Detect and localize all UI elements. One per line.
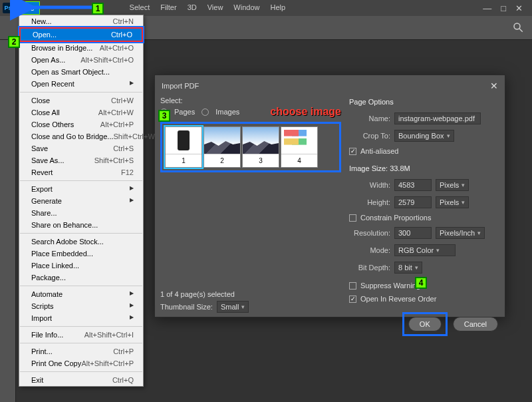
image-size-header: Image Size: 33.8M: [349, 164, 498, 172]
resolution-input[interactable]: 300: [394, 227, 432, 239]
select-label: Select:: [160, 97, 341, 104]
annotation-badge-3: 3: [158, 110, 170, 122]
thumb-2[interactable]: 2: [203, 126, 241, 168]
thumb-size-select[interactable]: Small: [217, 301, 249, 313]
menu-item-export[interactable]: Export: [19, 183, 143, 195]
menu-item-close-all[interactable]: Close AllAlt+Ctrl+W: [19, 106, 143, 118]
dialog-title: Import PDF: [162, 82, 199, 90]
import-pdf-dialog: Import PDF ✕ Select: Pages Images choose…: [154, 75, 505, 317]
thumb-3[interactable]: 3: [242, 126, 279, 168]
bit-depth-select[interactable]: 8 bit: [394, 262, 422, 274]
bit-depth-label: Bit Depth:: [349, 264, 390, 272]
menu-select[interactable]: Select: [125, 1, 155, 15]
mode-select[interactable]: RGB Color: [394, 244, 456, 256]
annotation-choose-image: choose image: [270, 106, 341, 118]
name-label: Name:: [349, 114, 390, 122]
thumb-4[interactable]: 4: [281, 126, 318, 168]
dialog-titlebar: Import PDF ✕: [155, 75, 505, 97]
menu-item-browse-bridge[interactable]: Browse in Bridge...Alt+Ctrl+O: [19, 42, 143, 54]
height-unit-select[interactable]: Pixels: [436, 196, 469, 208]
menu-item-exit[interactable]: ExitCtrl+Q: [19, 374, 143, 386]
selection-status: 1 of 4 page(s) selected: [160, 290, 341, 298]
menu-item-generate[interactable]: Generate: [19, 195, 143, 207]
menu-item-import[interactable]: Import: [19, 312, 143, 324]
ok-highlight: OK: [402, 312, 448, 336]
mode-label: Mode:: [349, 246, 390, 254]
menu-item-scripts[interactable]: Scripts: [19, 300, 143, 312]
menu-item-share-behance[interactable]: Share on Behance...: [19, 219, 143, 231]
cancel-button[interactable]: Cancel: [453, 317, 498, 331]
width-label: Width:: [349, 181, 390, 189]
radio-pages-label: Pages: [174, 108, 195, 116]
menu-help[interactable]: Help: [265, 1, 290, 15]
annotation-badge-1: 1: [92, 3, 104, 15]
app-icon: Ps: [3, 3, 13, 13]
crop-to-select[interactable]: Bounding Box: [394, 130, 454, 142]
menu-item-package[interactable]: Package...: [19, 272, 143, 284]
annotation-badge-4: 4: [415, 277, 427, 289]
resolution-label: Resolution:: [349, 229, 390, 237]
constrain-checkbox[interactable]: [349, 214, 356, 222]
menu-item-open-as[interactable]: Open As...Alt+Shift+Ctrl+O: [19, 54, 143, 66]
crop-to-label: Crop To:: [349, 132, 390, 140]
page-options-header: Page Options: [349, 98, 498, 106]
width-input[interactable]: 4583: [394, 179, 432, 191]
menu-item-automate[interactable]: Automate: [19, 288, 143, 300]
menu-item-search-stock[interactable]: Search Adobe Stock...: [19, 236, 143, 248]
thumb-size-label: Thumbnail Size:: [160, 303, 213, 311]
menu-item-save[interactable]: SaveCtrl+S: [19, 142, 143, 154]
menu-item-place-embedded[interactable]: Place Embedded...: [19, 248, 143, 260]
annotation-arrow: [27, 3, 100, 13]
menu-item-open-smart[interactable]: Open as Smart Object...: [19, 66, 143, 78]
menu-item-close-bridge[interactable]: Close and Go to Bridge...Shift+Ctrl+W: [19, 130, 143, 142]
menu-view[interactable]: View: [203, 1, 228, 15]
minimize-icon[interactable]: —: [483, 3, 491, 13]
annotation-badge-2: 2: [8, 36, 20, 48]
tools-panel[interactable]: [0, 40, 16, 402]
menu-filter[interactable]: Filter: [156, 1, 181, 15]
menu-item-print-one[interactable]: Print One CopyAlt+Shift+Ctrl+P: [19, 357, 143, 369]
radio-images-label: Images: [215, 108, 239, 116]
name-input[interactable]: instagram-webpage.pdf: [394, 112, 481, 124]
menu-item-share[interactable]: Share...: [19, 207, 143, 219]
search-icon[interactable]: [512, 21, 524, 35]
height-label: Height:: [349, 198, 390, 206]
reverse-label: Open In Reverse Order: [360, 295, 436, 303]
close-icon[interactable]: ✕: [515, 3, 523, 13]
reverse-checkbox[interactable]: [349, 296, 356, 303]
menu-item-save-as[interactable]: Save As...Shift+Ctrl+S: [19, 154, 143, 166]
menu-item-place-linked[interactable]: Place Linked...: [19, 260, 143, 272]
anti-aliased-label: Anti-aliased: [360, 147, 398, 155]
menu-item-open-recent[interactable]: Open Recent: [19, 78, 143, 90]
dialog-close-icon[interactable]: ✕: [490, 81, 498, 91]
thumbnail-area: 1 2 3 4: [160, 122, 341, 172]
menu-item-open[interactable]: Open...Ctrl+O: [19, 27, 143, 42]
file-menu-dropdown: New...Ctrl+N Open...Ctrl+O Browse in Bri…: [19, 15, 144, 387]
svg-point-0: [514, 23, 520, 29]
menu-item-close[interactable]: CloseCtrl+W: [19, 95, 143, 106]
window-controls: — □ ✕: [483, 3, 529, 13]
suppress-checkbox[interactable]: [349, 282, 356, 290]
height-input[interactable]: 2579: [394, 196, 432, 208]
menu-item-new[interactable]: New...Ctrl+N: [19, 15, 143, 27]
resolution-unit-select[interactable]: Pixels/Inch: [436, 227, 485, 239]
maximize-icon[interactable]: □: [501, 3, 506, 13]
anti-aliased-checkbox[interactable]: [349, 148, 356, 155]
menu-item-close-others[interactable]: Close OthersAlt+Ctrl+P: [19, 118, 143, 130]
menu-3d[interactable]: 3D: [183, 1, 201, 15]
svg-line-1: [519, 29, 523, 32]
thumb-1[interactable]: 1: [165, 126, 202, 168]
radio-images[interactable]: [201, 108, 209, 116]
menu-window[interactable]: Window: [229, 1, 264, 15]
constrain-label: Constrain Proportions: [360, 214, 431, 222]
width-unit-select[interactable]: Pixels: [436, 179, 469, 191]
menu-item-revert[interactable]: RevertF12: [19, 166, 143, 178]
menu-item-file-info[interactable]: File Info...Alt+Shift+Ctrl+I: [19, 329, 143, 341]
menu-item-print[interactable]: Print...Ctrl+P: [19, 345, 143, 357]
ok-button[interactable]: OK: [408, 317, 442, 331]
